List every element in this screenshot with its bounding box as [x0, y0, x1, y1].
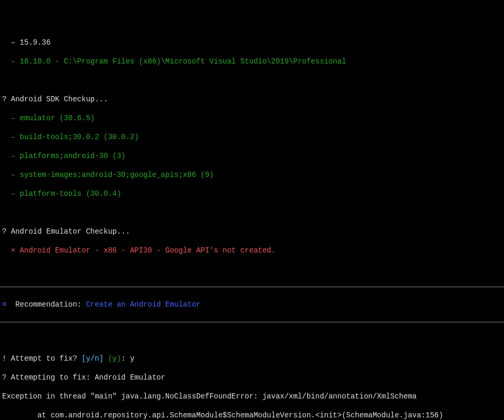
sdk-item-4: – platform-tools (30.0.4)	[0, 189, 504, 198]
sdk-checkup-header: ? Android SDK Checkup...	[0, 94, 504, 104]
recommendation-1: ¤ Recommendation: Create an Android Emul…	[0, 300, 504, 309]
sdk-item-1: – build-tools;30.0.2 (30.0.2)	[0, 132, 504, 142]
sdk-item-2: – platforms;android-30 (3)	[0, 151, 504, 161]
emu-error-1: × Android Emulator - x86 - API30 - Googl…	[0, 246, 504, 255]
vs-version-1: – 15.9.36	[0, 38, 504, 47]
sdk-item-0: – emulator (30.6.5)	[0, 113, 504, 123]
stack-trace-1: at com.android.repository.api.SchemaModu…	[0, 411, 504, 420]
sdk-item-3: – system-images;android-30;google_apis;x…	[0, 170, 504, 180]
vs-version-2: – 16.10.0 - C:\Program Files (x86)\Micro…	[0, 57, 504, 66]
attempting-fix: ? Attempting to fix: Android Emulator	[0, 373, 504, 382]
emu-checkup-header: ? Android Emulator Checkup...	[0, 227, 504, 236]
separator	[0, 287, 504, 287]
stack-trace-0: Exception in thread "main" java.lang.NoC…	[0, 392, 504, 401]
fix-prompt-1[interactable]: ! Attempt to fix? [y/n] (y): y	[0, 354, 504, 363]
separator	[0, 322, 504, 322]
